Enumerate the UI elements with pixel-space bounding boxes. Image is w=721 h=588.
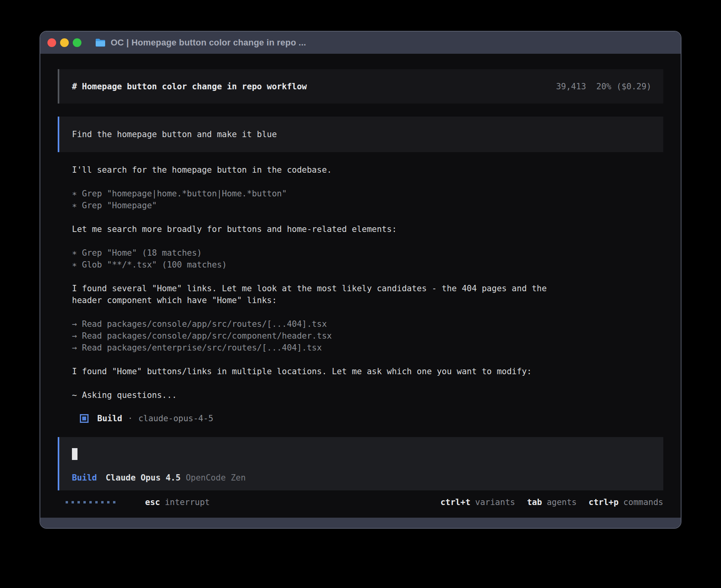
window-title: OC | Homepage button color change in rep…	[111, 38, 306, 48]
model-name: claude-opus-4-5	[138, 413, 213, 424]
user-message-text: Find the homepage button and make it blu…	[72, 128, 277, 140]
desktop: OC | Homepage button color change in rep…	[0, 0, 721, 588]
window-bottom-strip	[40, 518, 681, 528]
assistant-status-text: ~ Asking questions...	[72, 389, 562, 401]
close-button[interactable]	[47, 38, 56, 47]
tab-key: tab	[527, 496, 542, 508]
tool-call: → Read packages/console/app/src/routes/[…	[72, 318, 562, 330]
tool-call: ∗ Grep "Home" (18 matches)	[72, 247, 562, 259]
input-provider-label: OpenCode Zen	[186, 472, 246, 484]
hint-commands: ctrl+p commands	[589, 496, 663, 508]
agents-label: agents	[547, 496, 577, 508]
esc-key: esc	[145, 496, 160, 508]
minimize-button[interactable]	[60, 38, 69, 47]
variants-label: variants	[475, 496, 515, 508]
interrupt-label: interrupt	[165, 496, 210, 508]
prompt-input[interactable]: Build Claude Opus 4.5 OpenCode Zen	[58, 437, 663, 490]
terminal-window: OC | Homepage button color change in rep…	[40, 31, 681, 529]
hint-agents: tab agents	[527, 496, 577, 508]
titlebar: OC | Homepage button color change in rep…	[40, 32, 681, 54]
assistant-transcript: I'll search for the homepage button in t…	[72, 164, 562, 401]
status-separator: ·	[128, 413, 133, 424]
text-cursor	[72, 448, 77, 460]
input-meta: Build Claude Opus 4.5 OpenCode Zen	[72, 472, 651, 484]
agent-status-line: Build · claude-opus-4-5	[80, 413, 663, 424]
session-header: # Homepage button color change in repo w…	[58, 69, 663, 104]
tool-call: ∗ Grep "Homepage"	[72, 200, 562, 211]
assistant-text: I found several "Home" links. Let me loo…	[72, 283, 562, 306]
tool-call: ∗ Glob "**/*.tsx" (100 matches)	[72, 259, 562, 271]
assistant-text: I found "Home" buttons/links in multiple…	[72, 366, 562, 377]
session-title: # Homepage button color change in repo w…	[72, 81, 307, 92]
keybind-bar: esc interrupt ctrl+t variants tab agents…	[58, 496, 663, 508]
user-message: Find the homepage button and make it blu…	[58, 117, 663, 152]
hint-interrupt: esc interrupt	[145, 496, 210, 508]
keybind-bar-left: esc interrupt	[66, 496, 210, 508]
terminal-content: # Homepage button color change in repo w…	[40, 54, 681, 518]
folder-icon	[95, 38, 106, 47]
tool-call: ∗ Grep "homepage|home.*button|Home.*butt…	[72, 188, 562, 200]
assistant-text: Let me search more broadly for buttons a…	[72, 223, 562, 235]
input-mode-label: Build	[72, 472, 97, 484]
context-percent: 20%	[596, 81, 612, 92]
zoom-button[interactable]	[73, 38, 81, 47]
tool-call: → Read packages/console/app/src/componen…	[72, 330, 562, 342]
agent-build-icon	[80, 414, 89, 423]
session-cost: ($0.29)	[616, 81, 651, 92]
token-count: 39,413	[556, 81, 586, 92]
spinner-dots	[66, 501, 119, 503]
input-model-label: Claude Opus 4.5	[106, 472, 181, 484]
ctrl-t-key: ctrl+t	[440, 496, 470, 508]
commands-label: commands	[623, 496, 663, 508]
assistant-text: I'll search for the homepage button in t…	[72, 164, 562, 176]
tool-call: → Read packages/enterprise/src/routes/[.…	[72, 342, 562, 354]
keybind-bar-right: ctrl+t variants tab agents ctrl+p comman…	[440, 496, 663, 508]
hint-variants: ctrl+t variants	[440, 496, 515, 508]
session-stats: 39,413 20% ($0.29)	[556, 81, 651, 92]
agent-name: Build	[97, 413, 122, 424]
ctrl-p-key: ctrl+p	[589, 496, 619, 508]
